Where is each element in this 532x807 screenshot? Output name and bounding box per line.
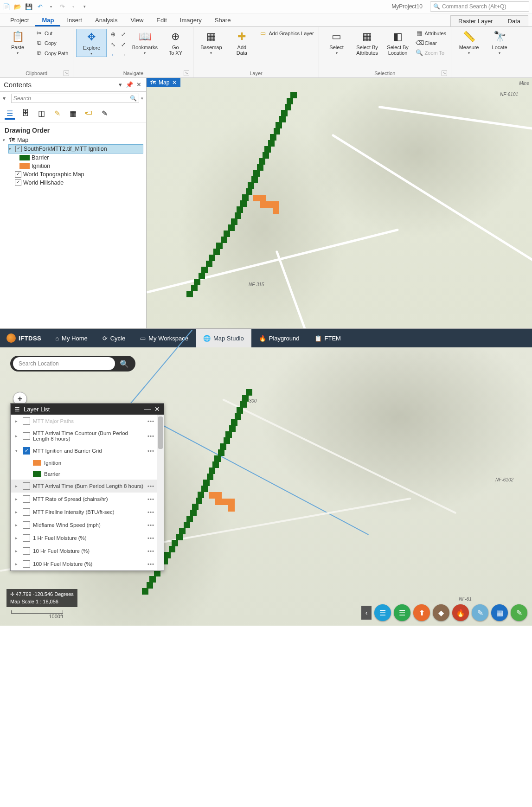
select-by-location-button[interactable]: ◧ Select By Location <box>383 29 413 57</box>
location-search[interactable]: Search Location 🔍 <box>10 356 135 371</box>
close-tab-icon[interactable]: ✕ <box>172 79 177 86</box>
nav-my-workspace[interactable]: ▭My Workspace <box>133 329 196 347</box>
nav-my-home[interactable]: ⌂My Home <box>48 329 95 347</box>
layer-row[interactable]: ▾✓MTT Ignition and Barrier Grid••• <box>11 444 164 457</box>
basemap-button[interactable]: ▦ Basemap ▾ <box>196 29 226 56</box>
checkbox-icon[interactable] <box>23 482 30 490</box>
map-node[interactable]: ▾ 🗺 Map <box>3 136 143 144</box>
expand-icon[interactable]: ▸ <box>15 484 20 488</box>
dock-tool-button[interactable]: ✎ <box>472 604 488 621</box>
copy-path-button[interactable]: ⧉Copy Path <box>33 49 70 58</box>
close-icon[interactable]: ✕ <box>135 81 142 88</box>
layer-row[interactable]: ▸1 Hr Fuel Moisture (%)••• <box>11 532 164 544</box>
dock-tool-button[interactable]: ⬆ <box>413 604 430 621</box>
pin-icon[interactable]: 📌 <box>126 81 133 88</box>
qat-new-icon[interactable]: 📄 <box>3 3 10 10</box>
minimize-icon[interactable]: — <box>144 405 151 413</box>
layer-row[interactable]: ▸MTT Arrival Time Countour (Burn Period … <box>11 428 164 444</box>
qat-save-icon[interactable]: 💾 <box>25 3 32 10</box>
context-tab-raster-layer[interactable]: Raster Layer <box>451 16 500 26</box>
checkbox-icon[interactable]: ✓ <box>23 447 30 455</box>
layer-menu-icon[interactable]: ••• <box>147 535 154 541</box>
checkbox-icon[interactable] <box>23 495 30 503</box>
layer-menu-icon[interactable]: ••• <box>147 448 154 454</box>
layer-row[interactable]: ▸MTT Major Paths••• <box>11 415 164 428</box>
select-by-attributes-button[interactable]: ▦ Select By Attributes <box>353 29 382 57</box>
qat-redo-drop-icon[interactable]: ▾ <box>70 3 77 10</box>
filter-icon[interactable]: ▾ <box>3 95 9 102</box>
measure-button[interactable]: 📏 Measure ▾ <box>454 29 484 56</box>
iftdss-brand[interactable]: IFTDSS <box>0 333 48 343</box>
zoom-to-selection-button[interactable]: 🔍Zoom To <box>414 48 448 57</box>
expand-icon[interactable]: ▸ <box>15 434 20 438</box>
checkbox-icon[interactable] <box>23 560 30 568</box>
layer-row[interactable]: ▸10 Hr Fuel Moisture (%)••• <box>11 544 164 557</box>
expand-icon[interactable]: ▸ <box>15 562 20 566</box>
tab-imagery[interactable]: Imagery <box>173 15 208 26</box>
layer-row[interactable]: ▸MTT Arrival Time (Burn Period Length 8 … <box>11 480 164 493</box>
expand-icon[interactable]: ▾ <box>15 448 20 453</box>
dock-tool-button[interactable]: ✎ <box>511 604 527 621</box>
nav-map-studio[interactable]: 🌐Map Studio <box>196 329 251 347</box>
dialog-launcher-icon[interactable]: ↘ <box>64 70 69 76</box>
checkbox-icon[interactable] <box>23 432 30 440</box>
checkbox-icon[interactable] <box>23 521 30 529</box>
layer-hillshade[interactable]: ▸ ✓ World Hillshade <box>8 179 143 187</box>
tab-share[interactable]: Share <box>208 15 237 26</box>
expand-icon[interactable]: ▸ <box>15 497 20 501</box>
bookmarks-button[interactable]: 📖 Bookmarks ▾ <box>130 29 160 56</box>
tab-edit[interactable]: Edit <box>150 15 173 26</box>
nav-playground[interactable]: 🔥Playground <box>251 329 307 347</box>
tab-analysis[interactable]: Analysis <box>89 15 124 26</box>
list-by-source-icon[interactable]: 🗄 <box>20 108 31 118</box>
checkbox-icon[interactable]: ✓ <box>15 171 21 178</box>
tab-project[interactable]: Project <box>4 15 35 26</box>
expand-icon[interactable]: ▸ <box>15 419 20 423</box>
nav-cycle[interactable]: ⟳Cycle <box>95 329 133 347</box>
layer-mtt-ignition[interactable]: ▾ ✓ SouthForkMTT2.tif_MTT Ignition <box>8 144 143 154</box>
context-tab-data[interactable]: Data <box>500 16 528 26</box>
layer-menu-icon[interactable]: ••• <box>147 433 154 439</box>
contents-search-input[interactable]: Search 🔍 <box>11 94 139 103</box>
layer-menu-icon[interactable]: ••• <box>147 548 154 554</box>
qat-open-icon[interactable]: 📂 <box>14 3 21 10</box>
explore-button[interactable]: ✥ Explore ▾ <box>76 29 107 57</box>
full-extent-icon[interactable]: ⊕ <box>109 30 118 39</box>
expand-icon[interactable]: ▸ <box>15 536 20 540</box>
copy-button[interactable]: ⧉Copy <box>33 38 70 48</box>
dock-tool-button[interactable]: ◆ <box>433 604 449 621</box>
collapse-dock-icon[interactable]: ‹ <box>361 606 372 620</box>
tab-insert[interactable]: Insert <box>60 15 89 26</box>
dialog-launcher-icon[interactable]: ↘ <box>184 70 189 76</box>
dock-tool-button[interactable]: ☰ <box>394 604 410 621</box>
expand-icon[interactable]: ▸ <box>15 549 20 553</box>
clear-selection-button[interactable]: ⌫Clear <box>414 38 448 47</box>
zoom-to-selection-icon[interactable]: ⤡ <box>109 40 118 49</box>
checkbox-icon[interactable] <box>23 534 30 542</box>
attributes-button[interactable]: ▦Attributes <box>414 29 448 38</box>
tab-map[interactable]: Map <box>35 15 60 26</box>
layer-topo[interactable]: ▸ ✓ World Topographic Map <box>8 170 143 179</box>
next-extent-icon[interactable]: → <box>119 50 128 59</box>
map-tab[interactable]: 🗺 Map ✕ <box>147 78 180 87</box>
dialog-launcher-icon[interactable]: ↘ <box>442 70 447 76</box>
command-search-input[interactable]: 🔍 Command Search (Alt+Q) <box>430 1 529 12</box>
layer-row[interactable]: ▸MTT Fireline Intensity (BTU/ft-sec)••• <box>11 506 164 519</box>
checkbox-icon[interactable] <box>23 417 30 425</box>
dock-tool-button[interactable]: 🔥 <box>452 604 469 621</box>
fixed-zoom-out-icon[interactable]: ⤢ <box>119 40 128 49</box>
layer-menu-icon[interactable]: ••• <box>147 418 154 424</box>
add-data-button[interactable]: ✚ Add Data <box>227 29 256 57</box>
map-view[interactable]: NF-6101 Mine NF-315 🗺 Map ✕ <box>147 78 532 328</box>
list-by-snapping-icon[interactable]: ▦ <box>68 108 78 118</box>
qat-redo-icon[interactable]: ↷ <box>58 3 66 10</box>
fixed-zoom-in-icon[interactable]: ⤢ <box>119 30 128 39</box>
prev-extent-icon[interactable]: ← <box>109 50 118 59</box>
dock-tool-button[interactable]: ▦ <box>491 604 508 621</box>
tab-view[interactable]: View <box>124 15 150 26</box>
layer-row[interactable]: ▸100 Hr Fuel Moisture (%)••• <box>11 557 164 570</box>
dock-tool-button[interactable]: ☰ <box>374 604 391 621</box>
list-by-perspective-icon[interactable]: ✎ <box>99 108 109 118</box>
qat-undo-icon[interactable]: ↶ <box>36 3 44 10</box>
checkbox-icon[interactable] <box>23 547 30 555</box>
